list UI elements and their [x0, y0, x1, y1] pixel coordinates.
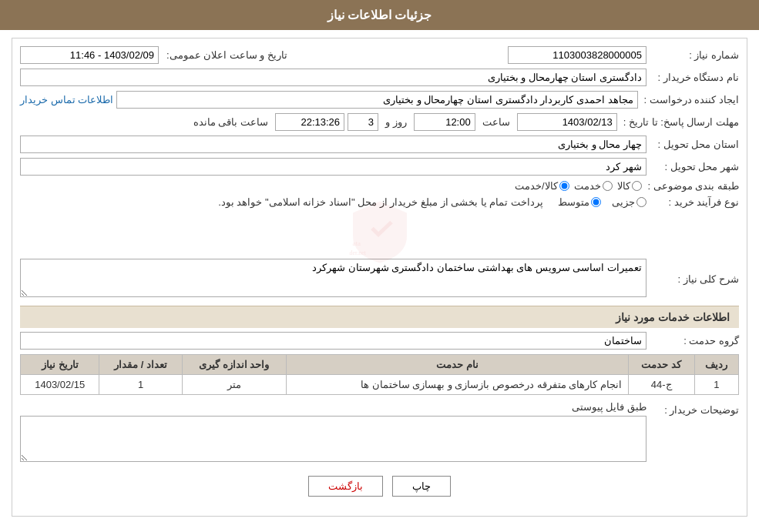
cell-code: ج-44 — [628, 375, 694, 395]
remaining-time-input[interactable] — [275, 113, 344, 131]
services-section-title: اطلاعات خدمات مورد نیاز — [20, 306, 739, 328]
delivery-city-row: شهر محل تحویل : — [20, 158, 739, 176]
radio-goods-label: کالا — [617, 180, 630, 192]
classification-row: طبقه بندی موضوعی : کالا خدمت کالا/خدمت — [20, 180, 739, 192]
radio-goods-service: کالا/خدمت — [515, 180, 569, 192]
watermark-area: ata tender.net — [20, 212, 739, 259]
buyer-org-row: نام دستگاه خریدار : — [20, 69, 739, 86]
col-row: ردیف — [694, 355, 738, 375]
delivery-province-value-area — [20, 136, 646, 153]
radio-medium: متوسط — [558, 196, 601, 208]
need-number-label: شماره نیاز : — [646, 49, 739, 61]
buyer-desc-value-area: طبق فایل پیوستی — [20, 401, 646, 464]
radio-goods-service-label: کالا/خدمت — [515, 180, 558, 192]
print-button[interactable]: چاپ — [392, 476, 451, 497]
deadline-inner-row: ساعت روز و ساعت باقی مانده — [20, 113, 617, 131]
radio-partial-input[interactable] — [636, 197, 646, 207]
radio-service-label: خدمت — [574, 180, 601, 192]
description-textarea[interactable]: تعمیرات اساسی سرویس های بهداشتی ساختمان … — [20, 259, 646, 297]
purchase-type-inner-row: جزیی متوسط پرداخت تمام یا بخشی از مبلغ خ… — [20, 196, 646, 208]
svg-text:tender.net: tender.net — [349, 249, 367, 256]
radio-partial-label: جزیی — [612, 196, 635, 208]
need-number-input[interactable] — [508, 46, 646, 64]
purchase-type-row: نوع فرآیند خرید : جزیی متوسط پرداخت تمام… — [20, 196, 739, 208]
days-label: روز و — [381, 116, 411, 128]
col-quantity: تعداد / مقدار — [99, 355, 182, 375]
announcement-datetime-input[interactable] — [20, 46, 159, 64]
need-number-date-row: تاریخ و ساعت اعلان عمومی: — [20, 46, 646, 64]
page-wrapper: جزئیات اطلاعات نیاز شماره نیاز : تاریخ و… — [0, 0, 759, 532]
deadline-date-input[interactable] — [517, 113, 617, 131]
col-name: نام حدمت — [286, 355, 628, 375]
description-row: شرح کلی نیاز : تعمیرات اساسی سرویس های ب… — [20, 259, 739, 299]
purchase-note: پرداخت تمام یا بخشی از مبلغ خریدار از مح… — [218, 196, 543, 208]
attachment-row: طبق فایل پیوستی — [20, 401, 646, 413]
contact-link[interactable]: اطلاعات تماس خریدار — [20, 94, 113, 105]
classification-radio-group: کالا خدمت کالا/خدمت — [20, 180, 642, 192]
attachment-label: طبق فایل پیوستی — [572, 401, 646, 413]
delivery-city-input[interactable] — [20, 158, 646, 176]
need-number-value-area: تاریخ و ساعت اعلان عمومی: — [20, 46, 646, 64]
classification-label: طبقه بندی موضوعی : — [642, 180, 739, 192]
delivery-city-value-area — [20, 158, 646, 176]
requester-value-area: اطلاعات تماس خریدار — [20, 91, 638, 109]
buyer-org-label: نام دستگاه خریدار : — [646, 72, 739, 83]
buyer-desc-textarea[interactable] — [20, 416, 646, 462]
requester-row: ایجاد کننده درخواست : اطلاعات تماس خریدا… — [20, 91, 739, 109]
service-group-value-area — [20, 332, 646, 350]
service-group-row: گروه حدمت : — [20, 332, 739, 350]
col-unit: واحد اندازه گیری — [182, 355, 286, 375]
deadline-time-label: ساعت — [479, 116, 514, 128]
service-group-label: گروه حدمت : — [646, 335, 739, 346]
delivery-province-label: استان محل تحویل : — [646, 139, 739, 150]
back-button[interactable]: بازگشت — [308, 476, 383, 497]
radio-goods-input[interactable] — [632, 181, 642, 191]
cell-date: 1403/02/15 — [21, 375, 99, 395]
cell-unit: متر — [182, 375, 286, 395]
description-value-area: تعمیرات اساسی سرویس های بهداشتی ساختمان … — [20, 259, 646, 299]
deadline-time-input[interactable] — [414, 113, 475, 131]
delivery-city-label: شهر محل تحویل : — [646, 161, 739, 172]
description-label: شرح کلی نیاز : — [646, 273, 739, 285]
remaining-label: ساعت باقی مانده — [190, 116, 272, 128]
table-row: 1 ج-44 انجام کارهای متفرقه درخصوص بازساز… — [21, 375, 739, 395]
shield-icon: ata tender.net — [349, 198, 411, 267]
radio-medium-label: متوسط — [558, 196, 589, 208]
purchase-type-value-area: جزیی متوسط پرداخت تمام یا بخشی از مبلغ خ… — [20, 196, 646, 208]
cell-name: انجام کارهای متفرقه درخصوص بازسازی و بهس… — [286, 375, 628, 395]
cell-row: 1 — [694, 375, 738, 395]
main-content: شماره نیاز : تاریخ و ساعت اعلان عمومی: ن… — [12, 38, 747, 517]
requester-inner-row: اطلاعات تماس خریدار — [20, 91, 638, 109]
service-group-input[interactable] — [20, 332, 646, 350]
announcement-label: تاریخ و ساعت اعلان عمومی: — [162, 49, 292, 61]
classification-value-area: کالا خدمت کالا/خدمت — [20, 180, 642, 192]
requester-label: ایجاد کننده درخواست : — [638, 94, 739, 105]
buyer-org-input[interactable] — [20, 69, 646, 86]
need-number-row: شماره نیاز : تاریخ و ساعت اعلان عمومی: — [20, 46, 739, 64]
radio-medium-input[interactable] — [591, 197, 601, 207]
radio-goods-service-input[interactable] — [559, 181, 569, 191]
table-header-row: ردیف کد حدمت نام حدمت واحد اندازه گیری ت… — [21, 355, 739, 375]
page-title: جزئیات اطلاعات نیاز — [327, 8, 432, 22]
page-header: جزئیات اطلاعات نیاز — [0, 0, 759, 30]
svg-text:ata: ata — [352, 239, 361, 247]
services-table: ردیف کد حدمت نام حدمت واحد اندازه گیری ت… — [20, 354, 739, 395]
buyer-desc-label: توضیحات خریدار : — [646, 401, 739, 416]
radio-service-input[interactable] — [603, 181, 613, 191]
deadline-row: مهلت ارسال پاسخ: تا تاریخ : ساعت روز و س… — [20, 113, 739, 131]
deadline-label: مهلت ارسال پاسخ: تا تاریخ : — [617, 116, 739, 128]
radio-goods: کالا — [617, 180, 642, 192]
radio-partial: جزیی — [612, 196, 646, 208]
button-row: چاپ بازگشت — [20, 476, 739, 497]
delivery-province-row: استان محل تحویل : — [20, 136, 739, 153]
delivery-province-input[interactable] — [20, 136, 646, 153]
requester-input[interactable] — [116, 91, 637, 109]
buyer-org-value-area — [20, 69, 646, 86]
purchase-type-label: نوع فرآیند خرید : — [646, 196, 739, 208]
days-count-input[interactable] — [348, 113, 378, 131]
radio-service: خدمت — [574, 180, 613, 192]
col-date: تاریخ نیاز — [21, 355, 99, 375]
cell-quantity: 1 — [99, 375, 182, 395]
deadline-value-area: ساعت روز و ساعت باقی مانده — [20, 113, 617, 131]
buyer-desc-row: توضیحات خریدار : طبق فایل پیوستی — [20, 401, 739, 464]
